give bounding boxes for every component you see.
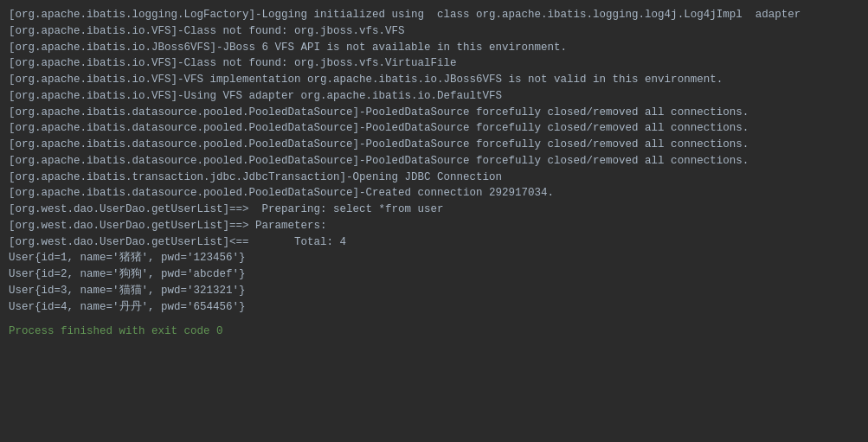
process-finished-line: Process finished with exit code 0	[9, 323, 859, 340]
log-line-17: User{id=2, name='狗狗', pwd='abcdef'}	[9, 266, 859, 283]
log-line-16: User{id=1, name='猪猪', pwd='123456'}	[9, 250, 859, 266]
log-line-9: [org.apache.ibatis.datasource.pooled.Poo…	[9, 137, 859, 153]
log-line-18: User{id=3, name='猫猫', pwd='321321'}	[9, 283, 859, 299]
log-line-7: [org.apache.ibatis.datasource.pooled.Poo…	[9, 105, 859, 121]
log-line-12: [org.apache.ibatis.datasource.pooled.Poo…	[9, 185, 859, 202]
console-output: [org.apache.ibatis.logging.LogFactory]-L…	[0, 0, 868, 442]
log-line-5: [org.apache.ibatis.io.VFS]-VFS implement…	[9, 72, 859, 88]
log-line-11: [org.apache.ibatis.transaction.jdbc.Jdbc…	[9, 170, 859, 186]
log-line-8: [org.apache.ibatis.datasource.pooled.Poo…	[9, 120, 859, 137]
log-line-19: User{id=4, name='丹丹', pwd='654456'}	[9, 299, 859, 316]
log-line-6: [org.apache.ibatis.io.VFS]-Using VFS ada…	[9, 88, 859, 105]
spacer	[9, 315, 859, 323]
log-line-10: [org.apache.ibatis.datasource.pooled.Poo…	[9, 153, 859, 170]
log-line-14: [org.west.dao.UserDao.getUserList]==> Pa…	[9, 218, 859, 234]
log-line-4: [org.apache.ibatis.io.VFS]-Class not fou…	[9, 55, 859, 72]
log-line-13: [org.west.dao.UserDao.getUserList]==> Pr…	[9, 202, 859, 218]
log-container: [org.apache.ibatis.logging.LogFactory]-L…	[9, 7, 859, 315]
log-line-2: [org.apache.ibatis.io.VFS]-Class not fou…	[9, 23, 859, 40]
log-line-15: [org.west.dao.UserDao.getUserList]<== To…	[9, 234, 859, 251]
log-line-3: [org.apache.ibatis.io.JBoss6VFS]-JBoss 6…	[9, 40, 859, 56]
log-line-1: [org.apache.ibatis.logging.LogFactory]-L…	[9, 7, 859, 23]
